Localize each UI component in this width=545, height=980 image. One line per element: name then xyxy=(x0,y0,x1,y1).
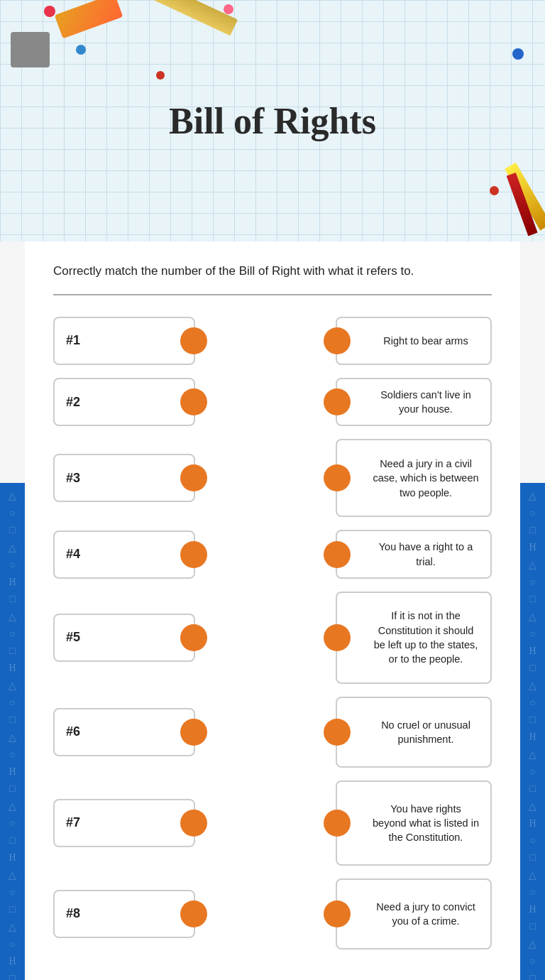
right-card-8[interactable]: Need a jury to convict you of a crime. xyxy=(336,878,492,949)
right-card-7[interactable]: You have rights beyond what is listed in… xyxy=(336,780,492,866)
right-card-1-text: Right to bear arms xyxy=(383,334,468,348)
left-card-4[interactable]: #4 xyxy=(53,530,195,579)
connector-dot-left-2 xyxy=(180,388,207,415)
side-symbol-9: ○ xyxy=(9,628,15,640)
right-side-symbol-23: △ xyxy=(529,869,536,881)
right-side-symbol-3: □ xyxy=(529,525,535,536)
header-section: Bill of Rights xyxy=(0,0,545,241)
decorative-dot-red-3 xyxy=(490,186,499,195)
right-side-symbol-27: △ xyxy=(529,938,536,950)
side-symbol-7: □ xyxy=(9,594,15,605)
right-sidebar: △ ○ □ H △ ○ □ △ ○ H □ △ ○ □ H △ ○ □ △ H … xyxy=(520,483,545,980)
right-card-2[interactable]: Soldiers can't live in your house. xyxy=(336,378,492,427)
matching-row-8: #8 Need a jury to convict you of a crime… xyxy=(53,878,492,949)
right-card-4-text: You have a right to a trial. xyxy=(373,540,479,569)
right-card-7-text: You have rights beyond what is listed in… xyxy=(373,802,479,845)
matching-row-2: #2 Soldiers can't live in your house. xyxy=(53,378,492,427)
decorative-dot-red-1 xyxy=(44,6,55,17)
left-card-6-label: #6 xyxy=(66,724,80,739)
right-side-symbol-14: □ xyxy=(529,714,535,726)
divider xyxy=(53,294,492,295)
sharpener-decoration xyxy=(11,32,50,67)
right-card-4[interactable]: You have a right to a trial. xyxy=(336,530,492,579)
decorative-dot-blue-1 xyxy=(76,45,86,55)
right-side-symbol-17: ○ xyxy=(529,766,535,778)
connector-dot-left-7 xyxy=(180,810,207,837)
content-wrapper: △ ○ □ △ ○ H □ △ ○ □ H △ ○ □ △ ○ H □ △ ○ … xyxy=(0,241,545,980)
left-card-6[interactable]: #6 xyxy=(53,708,195,756)
right-card-5[interactable]: If it is not in the Constitution it shou… xyxy=(336,592,492,684)
connector-dot-left-6 xyxy=(180,719,207,746)
left-card-8[interactable]: #8 xyxy=(53,890,195,938)
connector-dot-right-4 xyxy=(324,541,351,568)
connector-dot-right-6 xyxy=(324,719,351,746)
connector-dot-left-5 xyxy=(180,624,207,651)
left-card-5[interactable]: #5 xyxy=(53,614,195,662)
eraser-decoration xyxy=(55,0,123,38)
connector-dot-right-7 xyxy=(324,810,351,837)
right-card-3-text: Need a jury in a civil case, which is be… xyxy=(373,457,479,500)
right-side-symbol-5: △ xyxy=(529,559,536,571)
right-side-symbol-13: ○ xyxy=(529,697,535,709)
right-side-symbol-28: ○ xyxy=(529,956,535,967)
connector-dot-left-8 xyxy=(180,900,207,927)
matching-row-6: #6 No cruel or unusual punishment. xyxy=(53,697,492,768)
left-card-1-label: #1 xyxy=(66,333,80,348)
side-symbol-27: ○ xyxy=(9,939,15,950)
left-card-2[interactable]: #2 xyxy=(53,378,195,426)
matching-row-7: #7 You have rights beyond what is listed… xyxy=(53,780,492,866)
right-side-symbol-9: ○ xyxy=(529,628,535,640)
right-card-2-text: Soldiers can't live in your house. xyxy=(373,388,479,417)
side-symbol-14: □ xyxy=(9,714,15,726)
connector-dot-left-1 xyxy=(180,327,207,354)
side-symbol-17: H xyxy=(9,766,16,778)
side-symbol-3: □ xyxy=(9,525,15,536)
right-side-symbol-6: ○ xyxy=(529,577,535,588)
right-side-symbol-19: △ xyxy=(529,800,536,812)
right-card-6[interactable]: No cruel or unusual punishment. xyxy=(336,697,492,768)
side-symbol-13: ○ xyxy=(9,697,15,709)
connector-dot-left-4 xyxy=(180,541,207,568)
right-side-symbol-22: □ xyxy=(529,852,535,864)
left-card-7[interactable]: #7 xyxy=(53,799,195,847)
right-side-symbol-16: △ xyxy=(529,748,536,761)
right-side-symbol-24: ○ xyxy=(529,887,535,898)
decorative-dot-blue-2 xyxy=(512,48,524,60)
left-card-1[interactable]: #1 xyxy=(53,317,195,365)
right-side-symbol-29: □ xyxy=(529,973,535,980)
side-symbol-16: ○ xyxy=(9,749,15,761)
left-card-3-label: #3 xyxy=(66,471,80,486)
side-symbol-10: □ xyxy=(9,646,15,657)
right-side-symbol-25: H xyxy=(529,904,536,915)
side-symbol-23: △ xyxy=(9,869,16,881)
left-card-5-label: #5 xyxy=(66,630,80,645)
right-side-symbol-18: □ xyxy=(529,783,535,795)
connector-dot-left-3 xyxy=(180,464,207,491)
right-side-symbol-15: H xyxy=(529,731,536,743)
left-card-3[interactable]: #3 xyxy=(53,454,195,502)
right-card-3[interactable]: Need a jury in a civil case, which is be… xyxy=(336,439,492,517)
side-symbol-24: ○ xyxy=(9,887,15,898)
right-side-symbol-7: □ xyxy=(529,594,535,605)
connector-dot-right-1 xyxy=(324,327,351,354)
left-card-8-label: #8 xyxy=(66,906,80,921)
side-symbol-2: ○ xyxy=(9,508,15,519)
left-card-4-label: #4 xyxy=(66,547,80,562)
matching-container: #1 Right to bear arms #2 Soldiers can't … xyxy=(53,317,492,949)
matching-row-5: #5 If it is not in the Constitution it s… xyxy=(53,592,492,684)
right-side-symbol-4: H xyxy=(529,542,536,553)
side-symbol-12: △ xyxy=(9,680,16,692)
right-side-symbol-26: □ xyxy=(529,921,535,932)
side-symbol-1: △ xyxy=(9,490,16,502)
right-card-1[interactable]: Right to bear arms xyxy=(336,317,492,365)
connector-dot-right-2 xyxy=(324,388,351,415)
right-side-symbol-8: △ xyxy=(529,611,536,623)
matching-row-4: #4 You have a right to a trial. xyxy=(53,530,492,579)
left-sidebar: △ ○ □ △ ○ H □ △ ○ □ H △ ○ □ △ ○ H □ △ ○ … xyxy=(0,483,25,980)
right-side-symbol-10: H xyxy=(529,646,536,657)
side-symbol-26: △ xyxy=(9,921,16,933)
side-symbol-28: H xyxy=(9,956,16,967)
right-side-symbol-12: △ xyxy=(529,680,536,692)
right-card-8-text: Need a jury to convict you of a crime. xyxy=(373,900,479,929)
right-card-6-text: No cruel or unusual punishment. xyxy=(373,718,479,747)
